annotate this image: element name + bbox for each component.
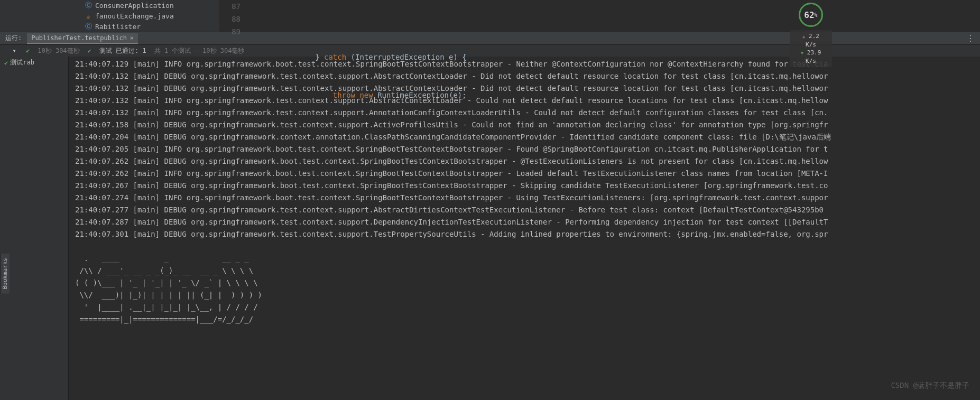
test-node-label: 测试rab (10, 58, 34, 67)
cpu-gauge: 62% (799, 3, 823, 27)
collapse-toggle-icon[interactable]: ▾ (11, 47, 18, 54)
network-box: ▲ 2.2K/s ▼ 23.9K/s (790, 30, 832, 67)
class-icon: Ⓒ (85, 23, 92, 30)
run-tab-bar: 运行: PublisherTest.testpublich × ⋮ (0, 32, 980, 45)
timing-check-icon: ✔ (26, 47, 30, 54)
code-line[interactable]: } catch (InterruptedException e) { (262, 51, 467, 63)
code-lines[interactable]: } catch (InterruptedException e) { throw… (262, 0, 467, 127)
code-editor[interactable]: 87 88 89 } catch (InterruptedException e… (219, 0, 980, 32)
tab-title: PublisherTest.testpublich (31, 34, 127, 42)
project-tree[interactable]: Ⓒ ConsumerApplication ☕ fanoutExchange.j… (0, 0, 219, 32)
close-icon[interactable]: × (130, 34, 134, 42)
console-output[interactable]: 21:40:07.129 [main] INFO org.springframe… (69, 57, 980, 400)
tree-item-rabitlister[interactable]: Ⓒ Rabitlister (85, 21, 219, 32)
download-icon: ▼ (801, 50, 803, 55)
pass-check-icon: ✔ (88, 47, 91, 54)
run-tab[interactable]: PublisherTest.testpublich × (27, 33, 138, 44)
test-node[interactable]: ✔ 测试rab (4, 58, 64, 68)
more-icon[interactable]: ⋮ (966, 33, 975, 43)
bookmarks-tab[interactable]: Bookmarks (0, 254, 10, 294)
upload-icon: ▲ (802, 34, 805, 39)
timing-1: 10秒 304毫秒 (38, 46, 79, 55)
code-line[interactable]: throw new RuntimeException(e); (262, 89, 467, 101)
test-tree[interactable]: ✔ 测试rab (0, 57, 69, 400)
class-icon: Ⓒ (85, 2, 92, 9)
java-icon: ☕ (85, 12, 92, 20)
run-label: 运行: (5, 34, 22, 43)
performance-overlay: 62% ▲ 2.2K/s ▼ 23.9K/s (790, 3, 832, 67)
tree-item-fanout[interactable]: ☕ fanoutExchange.java (85, 11, 219, 21)
tree-label: Rabitlister (95, 23, 141, 31)
tree-label: fanoutExchange.java (95, 12, 174, 20)
test-status-bar: ▾ ✔ 10秒 304毫秒 ✔ 测试 已通过: 1 共 1 个测试 – 10秒 … (0, 45, 980, 57)
pass-detail: 共 1 个测试 – 10秒 304毫秒 (154, 46, 245, 55)
tree-label: ConsumerApplication (95, 2, 174, 10)
watermark: CSDN @蓝胖子不是胖子 (891, 381, 969, 390)
check-icon: ✔ (4, 59, 8, 67)
pass-label: 测试 已通过: 1 (99, 46, 146, 55)
tree-item-consumer[interactable]: Ⓒ ConsumerApplication (85, 0, 219, 11)
gutter: 87 88 89 (219, 0, 251, 38)
